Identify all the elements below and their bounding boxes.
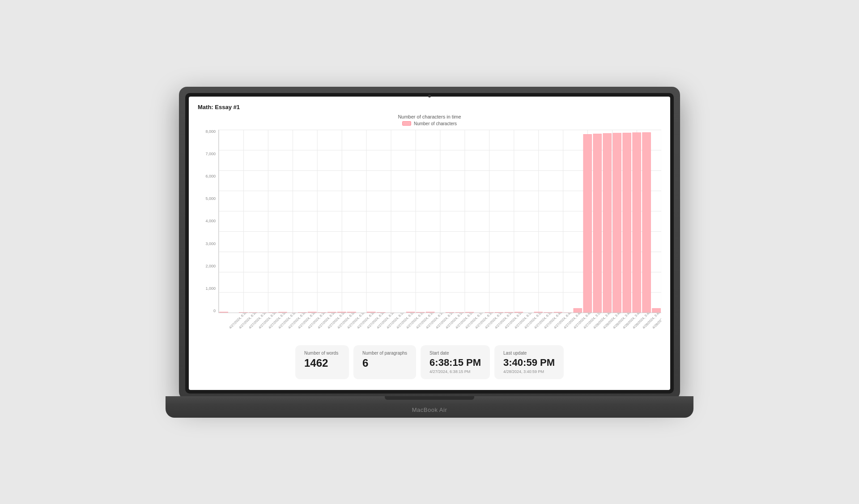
chart-legend: Number of characters <box>198 121 661 126</box>
laptop-base: MacBook Air <box>166 396 693 418</box>
svg-rect-9 <box>308 312 317 313</box>
svg-rect-8 <box>298 312 307 313</box>
stat-lastupdate-sub: 4/28/2024, 3:40:59 PM <box>503 369 555 374</box>
chart-plot-area: 4/27/2024, 6:38:15 PM4/27/2024, 6:38:20 … <box>218 130 661 340</box>
svg-rect-36 <box>574 308 582 313</box>
chart-title: Number of characters in time <box>198 114 661 119</box>
svg-rect-35 <box>564 312 572 313</box>
svg-rect-19 <box>406 312 415 313</box>
svg-rect-10 <box>318 312 327 313</box>
chart-grid <box>218 130 661 313</box>
svg-rect-21 <box>426 312 434 313</box>
stat-lastupdate-label: Last update <box>503 351 555 356</box>
svg-rect-4 <box>259 312 268 313</box>
svg-rect-11 <box>328 312 336 313</box>
legend-label: Number of characters <box>414 121 457 126</box>
svg-rect-30 <box>515 312 523 313</box>
svg-rect-5 <box>269 312 277 313</box>
stats-row: Number of words 1462 Number of paragraph… <box>198 340 661 384</box>
svg-rect-25 <box>465 312 474 313</box>
y-axis-label: 7,000 <box>198 152 218 156</box>
stat-words-label: Number of words <box>304 351 340 356</box>
screen-bezel: Math: Essay #1 Number of characters in t… <box>185 93 674 394</box>
svg-rect-15 <box>367 312 375 313</box>
screen: Math: Essay #1 Number of characters in t… <box>189 97 670 390</box>
screen-content: Math: Essay #1 Number of characters in t… <box>189 97 670 390</box>
svg-rect-39 <box>603 133 612 313</box>
svg-rect-23 <box>446 312 454 313</box>
y-axis-label: 0 <box>198 309 218 313</box>
svg-rect-20 <box>416 312 425 313</box>
svg-rect-44 <box>652 308 661 313</box>
page-title: Math: Essay #1 <box>198 104 661 110</box>
svg-rect-24 <box>455 312 464 313</box>
svg-rect-3 <box>249 312 258 313</box>
y-axis-label: 1,000 <box>198 287 218 291</box>
svg-rect-16 <box>377 312 385 313</box>
svg-rect-12 <box>337 312 346 313</box>
svg-rect-43 <box>642 132 651 313</box>
stat-start-sub: 4/27/2024, 6:38:15 PM <box>430 369 481 374</box>
svg-rect-22 <box>436 313 444 313</box>
svg-rect-0 <box>220 312 228 313</box>
svg-rect-33 <box>544 312 553 313</box>
svg-rect-26 <box>475 313 484 313</box>
stat-card-lastupdate: Last update 3:40:59 PM 4/28/2024, 3:40:5… <box>494 345 564 379</box>
svg-rect-7 <box>289 313 297 313</box>
svg-rect-41 <box>623 133 631 313</box>
stat-card-paragraphs: Number of paragraphs 6 <box>353 345 416 379</box>
svg-rect-34 <box>554 312 562 313</box>
svg-rect-2 <box>239 312 248 313</box>
svg-rect-13 <box>347 312 356 313</box>
stat-start-label: Start date <box>430 351 481 356</box>
stat-card-words: Number of words 1462 <box>295 345 349 379</box>
stat-lastupdate-value: 3:40:59 PM <box>503 357 555 368</box>
y-axis-label: 3,000 <box>198 242 218 246</box>
svg-rect-40 <box>613 133 621 313</box>
y-axis: 8,0007,0006,0005,0004,0003,0002,0001,000… <box>198 130 218 340</box>
stat-paragraphs-value: 6 <box>362 357 407 369</box>
y-axis-label: 2,000 <box>198 264 218 268</box>
y-axis-label: 8,000 <box>198 130 218 134</box>
svg-rect-37 <box>583 134 592 313</box>
svg-rect-29 <box>505 312 513 313</box>
y-axis-label: 6,000 <box>198 174 218 178</box>
svg-rect-28 <box>495 312 503 313</box>
laptop-base-notch <box>385 396 474 400</box>
svg-rect-17 <box>387 313 395 313</box>
laptop-lid: Math: Essay #1 Number of characters in t… <box>179 87 680 400</box>
chart-bars-svg <box>219 130 661 313</box>
svg-rect-6 <box>279 312 287 313</box>
legend-color-box <box>402 121 411 126</box>
chart-area: Number of characters in time Number of c… <box>198 114 661 340</box>
x-axis-labels: 4/27/2024, 6:38:15 PM4/27/2024, 6:38:20 … <box>218 313 661 340</box>
chart-container: 8,0007,0006,0005,0004,0003,0002,0001,000… <box>198 130 661 340</box>
stat-start-value: 6:38:15 PM <box>430 357 481 368</box>
camera-dot <box>428 95 431 97</box>
stat-paragraphs-label: Number of paragraphs <box>362 351 407 356</box>
y-axis-label: 4,000 <box>198 219 218 223</box>
y-axis-label: 5,000 <box>198 197 218 201</box>
laptop-container: Math: Essay #1 Number of characters in t… <box>179 87 680 418</box>
stat-card-start: Start date 6:38:15 PM 4/27/2024, 6:38:15… <box>421 345 490 379</box>
laptop-model-label: MacBook Air <box>412 407 447 413</box>
svg-rect-27 <box>485 312 493 313</box>
stat-words-value: 1462 <box>304 357 340 369</box>
svg-rect-42 <box>633 132 641 313</box>
svg-rect-32 <box>534 312 543 313</box>
svg-rect-38 <box>593 134 602 313</box>
